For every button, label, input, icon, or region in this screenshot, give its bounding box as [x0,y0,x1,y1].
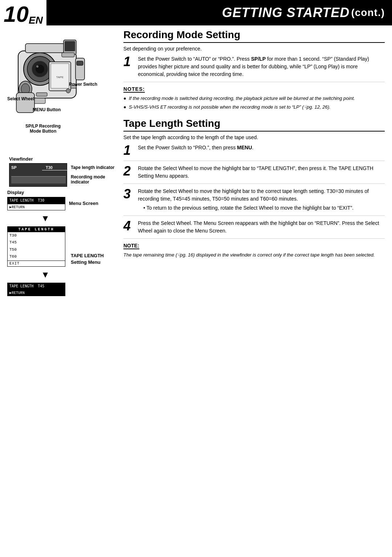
page-header: 10EN GETTING STARTED (cont.) [0,0,392,25]
tape-step-1-text: Set the Power Switch to “PRO.”, then pre… [138,144,253,157]
tape-step-1: 1 Set the Power Switch to “PRO.”, then p… [123,144,385,161]
vf-right-annotations: Tape length indicator Recording mode ind… [71,165,114,185]
vf-indicator-line [42,170,68,170]
tape-length-menu-label-sub: Setting Menu [71,259,104,265]
recording-notes: NOTES: If the recording mode is switched… [123,86,385,110]
svg-text:TAPE: TAPE [56,76,64,79]
tape-step-2-number: 2 [123,165,134,180]
menu-box-2: TAPE LENGTH T30 T45 T50 T60 EXIT [7,226,65,267]
svg-rect-16 [16,93,34,113]
note-item-2: S-VHS/S-VHS ET recording is not possible… [123,104,385,111]
recording-step-1-number: 1 [123,55,134,78]
svg-rect-11 [62,53,74,57]
svg-point-20 [66,89,70,93]
label-splp: SP/LP Recording Mode Button [25,124,61,134]
tape-step-2: 2 Rotate the Select Wheel to move the hi… [123,165,385,184]
menu-box-2-t60: T60 [8,253,65,260]
svg-rect-8 [65,41,75,51]
label-menu-button: MENU Button [33,107,61,112]
vf-sp-indicator: SP [11,165,17,170]
tape-step-3: 3 Rotate the Select Wheel to move the hi… [123,187,385,216]
tape-length-title: Tape Length Setting [123,118,385,132]
tape-menu-label-group: TAPE LENGTH Setting Menu [71,253,104,265]
menu-box-2-t30: T30 [8,232,65,239]
viewfinder-section: Viewfinder SP T30 Tape length indicator … [7,156,113,187]
note-item-1: If the recording mode is switched during… [123,95,385,102]
vf-t30-indicator: T30 [46,165,53,170]
menu-screen-label: Menu Screen [69,201,104,206]
page-number: 10EN [0,0,46,25]
page-suffix: EN [29,15,43,25]
viewfinder-box-wrapper: SP T30 [7,163,67,187]
tape-step-4-number: 4 [123,219,134,235]
menu-box-2-exit: EXIT [8,261,65,266]
svg-point-5 [36,65,38,68]
page-num-value: 10 [4,3,29,25]
menu-box-3: TAPE LENGTH T45 ▶RETURN [7,283,65,296]
label-select-wheel: Select Wheel [7,96,34,101]
viewfinder-label: Viewfinder [9,156,113,162]
tape-note-title: NOTE: [123,243,139,249]
svg-rect-6 [25,44,69,53]
recording-step-1-text: Set the Power Switch to “AUTO” or “PRO.”… [138,55,385,78]
tape-note-text: The tape remaining time (☟pg. 16) displa… [123,251,385,259]
label-power-switch: Power Switch [69,82,97,87]
tape-length-section: Tape Length Setting Set the tape length … [123,118,385,259]
menu-box-3-return: ▶RETURN [8,290,65,296]
menu-box-3-row1: TAPE LENGTH T45 [8,283,65,290]
tape-step-3-number: 3 [123,187,134,212]
tape-length-menu-label-title: TAPE LENGTH [71,253,104,258]
recording-mode-section: Recording Mode Setting Set depending on … [123,29,385,110]
tape-step-1-number: 1 [123,144,134,157]
header-cont: (cont.) [351,7,385,19]
tape-note: NOTE: The tape remaining time (☟pg. 16) … [123,242,385,259]
viewfinder-box: SP T30 [9,163,67,187]
tape-step-3-text: Rotate the Select Wheel to move the high… [138,187,385,212]
recording-mode-title: Recording Mode Setting [123,29,385,43]
tape-step-3-subbullet: To return to the previous setting, rotat… [138,204,385,212]
svg-rect-13 [36,93,47,96]
camera-svg: TAPE [7,29,91,127]
tape-step-2-text: Rotate the Select Wheel to move the high… [138,165,385,180]
arrow-down-2: ▼ [25,270,65,279]
right-column: Recording Mode Setting Set depending on … [120,29,385,296]
menu-box-1-row1: TAPE LENGTH T30 [8,197,65,204]
display-with-label: TAPE LENGTH T30 ▶RETURN ▼ TAPE LENGTH T3… [7,197,113,296]
recording-mode-indicator-label: Recording mode indicator [71,174,114,185]
recording-step-1: 1 Set the Power Switch to “AUTO” or “PRO… [123,55,385,82]
tape-step-4-text: Press the Select Wheel. The Menu Screen … [138,219,385,235]
vf-recording-mode-indicator [11,176,66,183]
left-column: TAPE Select Wheel Power Switch MENU Butt… [7,29,113,296]
menu-screen-boxes: TAPE LENGTH T30 ▶RETURN ▼ TAPE LENGTH T3… [7,197,65,296]
menu-box-2-t45: T45 [8,239,65,246]
svg-rect-10 [77,61,83,65]
header-title: GETTING STARTED [222,5,350,20]
arrow-down-1: ▼ [25,214,65,223]
recording-mode-subtitle: Set depending on your preference. [123,46,385,52]
menu-box-1-return: ▶RETURN [8,204,65,210]
tape-length-indicator-label: Tape length indicator [71,165,114,170]
menu-box-1: TAPE LENGTH T30 ▶RETURN [7,197,65,210]
notes-title: NOTES: [123,86,145,93]
main-content: TAPE Select Wheel Power Switch MENU Butt… [0,29,392,296]
menu-screen-label-col: Menu Screen TAPE LENGTH Setting Menu [69,197,104,265]
menu-box-2-header: TAPE LENGTH [8,227,65,232]
vf-and-annotations: SP T30 Tape length indicator Recording m… [7,163,113,187]
header-title-bar: GETTING STARTED (cont.) [46,0,392,25]
menu-box-2-t50: T50 [8,246,65,253]
tape-length-subtitle: Set the tape length according to the len… [123,134,385,140]
tape-step-4: 4 Press the Select Wheel. The Menu Scree… [123,219,385,239]
camera-illustration-area: TAPE Select Wheel Power Switch MENU Butt… [7,29,113,153]
display-section: Display TAPE LENGTH T30 ▶RETURN ▼ TAPE L… [7,190,113,296]
display-label: Display [7,190,113,195]
